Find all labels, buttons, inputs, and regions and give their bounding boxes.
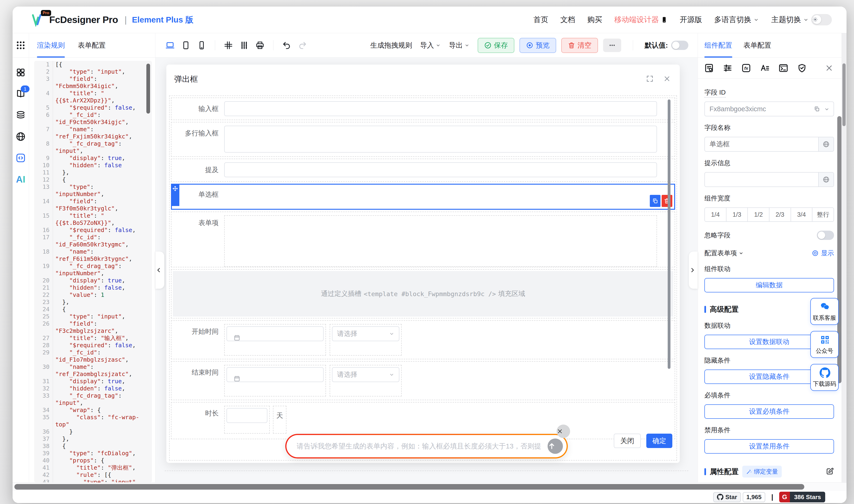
edit-linkage-data-button[interactable]: 编辑数据 xyxy=(705,278,834,292)
editor-scrollbar[interactable] xyxy=(146,64,150,113)
panel-close-icon[interactable] xyxy=(825,64,834,72)
code-text[interactable]: "_fc_id": "id_F9ctm50kr34igjc", xyxy=(53,111,152,126)
nav-item-2[interactable]: 文档 xyxy=(561,15,575,25)
save-button[interactable]: 保存 xyxy=(478,38,514,53)
contact-support-button[interactable]: 联系客服 xyxy=(810,298,839,325)
form-item-1[interactable]: 输入框 xyxy=(171,97,675,120)
docs-icon[interactable]: 1 xyxy=(15,88,26,100)
date-input-box[interactable] xyxy=(224,324,326,356)
code-text[interactable]: "name": "ref_F6i1m50kr3tygnc", xyxy=(53,248,152,263)
props-config-icon[interactable] xyxy=(723,63,733,73)
form-item-5[interactable]: 表单项 xyxy=(171,212,675,267)
default-value-toggle[interactable] xyxy=(671,41,688,50)
language-icon[interactable] xyxy=(15,131,26,142)
code-text[interactable]: "type": "fcDialog", xyxy=(53,450,152,457)
code-text[interactable]: "type": "input", xyxy=(53,313,152,320)
code-text[interactable]: "hidden": false xyxy=(53,162,152,169)
code-text[interactable]: }, xyxy=(53,299,152,306)
code-text[interactable]: "name": "ref_Fxjim50kr34igkc", xyxy=(53,126,152,140)
ai-bar-close-button[interactable] xyxy=(557,425,570,438)
nav-item-4[interactable]: 移动端设计器 xyxy=(614,15,668,25)
code-text[interactable]: [{ xyxy=(53,61,152,68)
gitee-stars-badge[interactable]: G 386 Stars xyxy=(779,492,825,502)
select-input[interactable]: 请选择 xyxy=(332,367,399,382)
nav-item-1[interactable]: 首页 xyxy=(533,15,548,25)
official-account-button[interactable]: 公众号 xyxy=(810,331,839,358)
code-text[interactable]: "field": "F3c2mbglzsjzarc", xyxy=(53,320,152,335)
clear-button[interactable]: 清空 xyxy=(561,38,598,53)
ai-prompt-input[interactable]: 请告诉我您希望生成的表单内容，例如：输入框必填且长度必须大于13，否则提示错误信… xyxy=(297,442,541,451)
code-text[interactable]: "title": "弹出框", xyxy=(53,464,152,471)
device-phone-button[interactable] xyxy=(195,39,208,52)
apps-grid-icon[interactable] xyxy=(15,40,26,51)
copy-item-button[interactable] xyxy=(650,195,660,207)
nav-item-7[interactable]: 主题切换 xyxy=(771,15,809,25)
dialog-close-icon[interactable] xyxy=(663,75,671,83)
window-scrollbar[interactable] xyxy=(841,33,847,482)
code-icon[interactable] xyxy=(15,152,26,163)
code-text[interactable]: }, xyxy=(53,435,152,443)
toolbar-action-1[interactable]: 生成拖拽规则 xyxy=(370,41,412,50)
code-text[interactable]: { xyxy=(53,443,152,450)
horizontal-scrollbar[interactable] xyxy=(13,482,847,491)
code-text[interactable]: "display": true, xyxy=(53,155,152,162)
left-tab-2[interactable]: 表单配置 xyxy=(78,33,106,57)
toolbar-action-2[interactable]: 导入 xyxy=(420,41,441,50)
code-text[interactable]: "_fc_drag_tag": "inputNumber", xyxy=(53,263,152,277)
grid-button[interactable] xyxy=(222,39,235,52)
close-button[interactable]: 关闭 xyxy=(614,434,641,448)
formula-icon[interactable]: fx xyxy=(741,63,751,73)
select-box[interactable]: 请选择 xyxy=(330,324,402,356)
tip-input[interactable] xyxy=(705,172,834,187)
advanced-row-button-3[interactable]: 设置必填条件 xyxy=(705,404,834,419)
columns-button[interactable] xyxy=(238,39,250,52)
text-input[interactable] xyxy=(224,126,657,152)
code-text[interactable]: "display": true, xyxy=(53,378,152,385)
form-item-7[interactable]: 开始时间请选择 xyxy=(171,320,675,359)
code-text[interactable]: "field": "F3f0m50kr3tyglc", xyxy=(53,198,152,212)
redo-button[interactable] xyxy=(296,39,309,52)
nav-item-6[interactable]: 多语言切换 xyxy=(714,15,759,25)
ignore-field-toggle[interactable] xyxy=(817,231,834,240)
components-icon[interactable] xyxy=(15,67,26,78)
field-id-input[interactable]: Fx8ambgoe3xicmc xyxy=(705,102,834,116)
code-text[interactable]: "_fc_id": "id_Fa60m50kr3tygmc", xyxy=(53,234,152,248)
app-logo[interactable]: Pro FcDesigner Pro | Element Plus 版 xyxy=(31,13,193,27)
select-input[interactable]: 请选择 xyxy=(332,326,399,341)
code-text[interactable]: "$required": false, xyxy=(53,342,152,349)
dialog-rule-area[interactable]: 输入框多行输入框提及单选框表单项通过定义插槽<template #block_F… xyxy=(169,95,677,461)
code-text[interactable]: "_fc_drag_tag": "input", xyxy=(53,392,152,407)
github-star-badge[interactable]: Star 1,965 xyxy=(713,492,765,502)
event-config-icon[interactable] xyxy=(778,63,788,73)
right-tab-1[interactable]: 组件配置 xyxy=(705,33,732,57)
delete-item-button[interactable] xyxy=(662,195,672,207)
undo-button[interactable] xyxy=(280,39,293,52)
more-button[interactable] xyxy=(603,39,621,52)
form-item-3[interactable]: 提及 xyxy=(171,159,675,182)
code-text[interactable]: { xyxy=(53,306,152,313)
code-text[interactable]: "field": "Fcbmm50kr34igic", xyxy=(53,75,152,90)
theme-toggle[interactable] xyxy=(811,14,832,25)
code-text[interactable]: "title": "{{$t.ArX2XDpz}}", xyxy=(53,90,152,104)
code-text[interactable]: "_fc_drag_tag": "input", xyxy=(53,140,152,155)
horizontal-scrollbar-thumb[interactable] xyxy=(14,484,804,490)
toolbar-action-3[interactable]: 导出 xyxy=(449,41,470,50)
ai-send-button[interactable] xyxy=(548,438,563,454)
print-button[interactable] xyxy=(254,39,266,52)
code-text[interactable]: "display": true, xyxy=(53,277,152,284)
show-action[interactable]: 显示 xyxy=(812,249,834,257)
form-item-8[interactable]: 结束时间请选择 xyxy=(171,361,675,400)
code-text[interactable]: "wrap": { xyxy=(53,407,152,414)
form-item-4[interactable]: 单选框 xyxy=(171,184,675,210)
code-text[interactable]: "class": "fc-wrap-top" xyxy=(53,414,152,428)
nav-item-3[interactable]: 购买 xyxy=(587,15,602,25)
ai-icon[interactable]: AI xyxy=(15,174,26,185)
fullscreen-icon[interactable] xyxy=(646,75,654,83)
date-input-box[interactable] xyxy=(224,365,326,396)
text-input[interactable] xyxy=(224,162,657,177)
download-source-button[interactable]: 下载源码 xyxy=(810,364,839,391)
advanced-row-button-4[interactable]: 设置禁用条件 xyxy=(705,439,834,454)
code-text[interactable]: "hidden": false, xyxy=(53,385,152,392)
code-text[interactable]: "props": { xyxy=(53,457,152,464)
code-text[interactable]: "title": "{{$t.BoS7ZoNX}}", xyxy=(53,212,152,227)
